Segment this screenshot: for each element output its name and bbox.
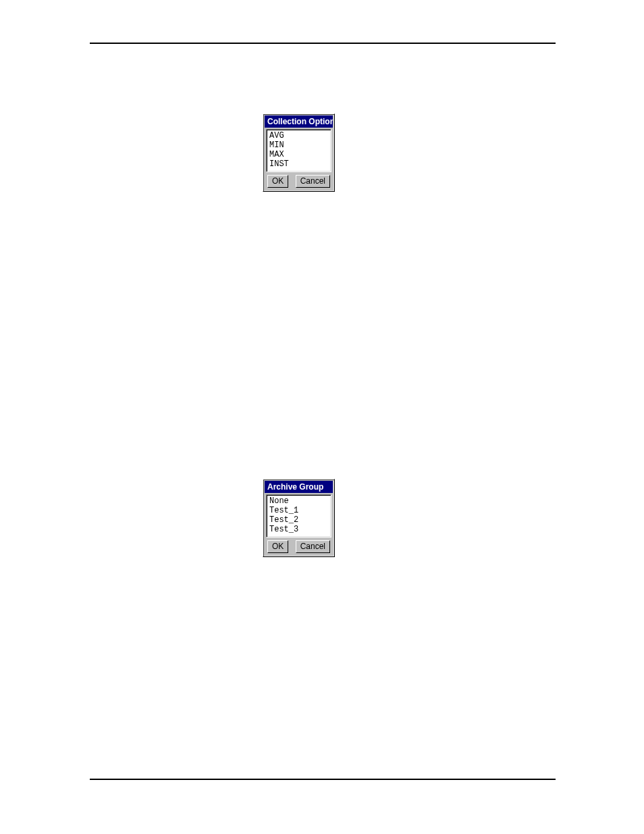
- list-item[interactable]: Test_3: [269, 525, 328, 534]
- dialog-button-row: OK Cancel: [263, 540, 334, 556]
- list-item[interactable]: MIN: [269, 140, 328, 150]
- ok-button[interactable]: OK: [267, 175, 288, 188]
- cancel-button[interactable]: Cancel: [296, 540, 330, 553]
- dialog-button-row: OK Cancel: [263, 175, 334, 191]
- horizontal-rule-top: [90, 43, 556, 44]
- cancel-button[interactable]: Cancel: [296, 175, 330, 188]
- dialog-title: Archive Group: [265, 481, 333, 493]
- dialog-title: Collection Option: [265, 115, 333, 128]
- collection-option-dialog: Collection Option AVG MIN MAX INST OK Ca…: [263, 113, 335, 192]
- list-item[interactable]: MAX: [269, 150, 328, 159]
- archive-group-dialog: Archive Group None Test_1 Test_2 Test_3 …: [263, 479, 335, 557]
- list-item[interactable]: Test_2: [269, 515, 328, 525]
- collection-option-listbox[interactable]: AVG MIN MAX INST: [266, 129, 331, 172]
- ok-button[interactable]: OK: [267, 540, 288, 553]
- archive-group-listbox[interactable]: None Test_1 Test_2 Test_3: [266, 494, 331, 538]
- list-item[interactable]: INST: [269, 159, 328, 169]
- list-item[interactable]: AVG: [269, 131, 328, 140]
- horizontal-rule-bottom: [90, 779, 556, 780]
- list-item[interactable]: None: [269, 496, 328, 506]
- list-item[interactable]: Test_1: [269, 506, 328, 515]
